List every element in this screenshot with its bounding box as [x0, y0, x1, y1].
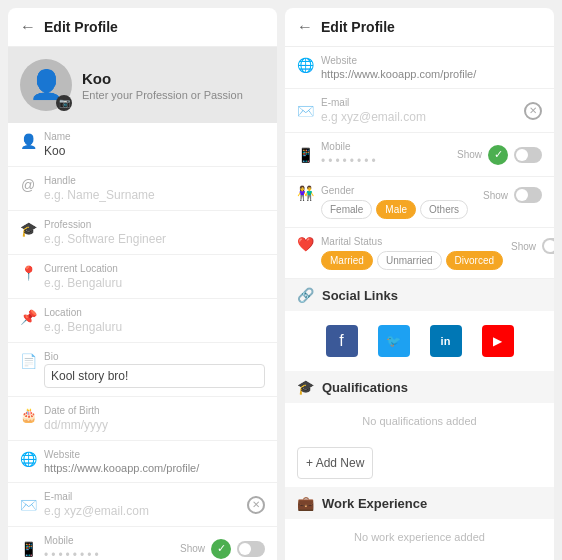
current-location-field-content: Current Location e.g. Bengaluru [44, 263, 265, 290]
right-gender-segments: Female Male Others [321, 200, 475, 219]
right-gender-male-btn[interactable]: Male [376, 200, 416, 219]
right-mobile-content: Mobile •••••••• [321, 141, 449, 168]
current-location-placeholder[interactable]: e.g. Bengaluru [44, 276, 265, 290]
location-pin-icon: 📍 [20, 265, 36, 281]
graduation-icon: 🎓 [297, 379, 314, 395]
heart-icon: ❤️ [297, 236, 313, 252]
right-gender-toggle-group: Show [483, 187, 542, 203]
avatar-icon: 👤 [29, 71, 64, 99]
social-links-row: f 🐦 in ▶ [285, 311, 554, 371]
briefcase-icon: 💼 [297, 495, 314, 511]
social-links-title: Social Links [322, 288, 398, 303]
name-field-content: Name Koo [44, 131, 265, 158]
handle-label: Handle [44, 175, 265, 186]
right-email-close-button[interactable]: ✕ [524, 102, 542, 120]
marital-divorced-btn[interactable]: Divorced [446, 251, 503, 270]
profession-placeholder[interactable]: e.g. Software Engineer [44, 232, 265, 246]
linkedin-icon[interactable]: in [430, 325, 462, 357]
right-marital-show-label: Show [511, 241, 536, 252]
right-mobile-icon: 📱 [297, 147, 313, 163]
bag-icon: 🎓 [20, 221, 36, 237]
avatar[interactable]: 👤 📷 [20, 59, 72, 111]
marital-unmarried-btn[interactable]: Unmarried [377, 251, 442, 270]
right-email-icon: ✉️ [297, 103, 313, 119]
left-title: Edit Profile [44, 19, 118, 35]
name-value[interactable]: Koo [44, 144, 265, 158]
email-label: E-mail [44, 491, 239, 502]
left-back-button[interactable]: ← [20, 18, 36, 36]
location-field-content: Location e.g. Bengaluru [44, 307, 265, 334]
right-gender-female-btn[interactable]: Female [321, 200, 372, 219]
dob-label: Date of Birth [44, 405, 265, 416]
facebook-icon[interactable]: f [326, 325, 358, 357]
right-gender-content: Gender Female Male Others [321, 185, 475, 219]
work-experience-empty: No work experience added [285, 519, 554, 555]
field-handle: @ Handle e.g. Name_Surname [8, 167, 277, 211]
right-website-value[interactable]: https://www.kooapp.com/profile/ [321, 68, 542, 80]
left-panel: ← Edit Profile 👤 📷 Koo Enter your Profes… [8, 8, 277, 560]
right-mobile-show-label: Show [457, 149, 482, 160]
birthday-icon: 🎂 [20, 407, 36, 423]
handle-field-content: Handle e.g. Name_Surname [44, 175, 265, 202]
camera-badge[interactable]: 📷 [56, 95, 72, 111]
person-icon: 👤 [20, 133, 36, 149]
field-profession: 🎓 Profession e.g. Software Engineer [8, 211, 277, 255]
email-placeholder[interactable]: e.g xyz@email.com [44, 504, 239, 518]
right-marital-toggle[interactable] [542, 238, 554, 254]
right-title: Edit Profile [321, 19, 395, 35]
twitter-icon[interactable]: 🐦 [378, 325, 410, 357]
right-marital-label: Marital Status [321, 236, 503, 247]
youtube-icon[interactable]: ▶ [482, 325, 514, 357]
profession-label: Profession [44, 219, 265, 230]
name-label: Name [44, 131, 265, 142]
handle-placeholder[interactable]: e.g. Name_Surname [44, 188, 265, 202]
right-field-mobile: 📱 Mobile •••••••• Show ✓ [285, 133, 554, 177]
field-location: 📌 Location e.g. Bengaluru [8, 299, 277, 343]
field-dob: 🎂 Date of Birth dd/mm/yyyy [8, 397, 277, 441]
left-header: ← Edit Profile [8, 8, 277, 47]
mobile-field-content: Mobile •••••••• [44, 535, 172, 560]
field-current-location: 📍 Current Location e.g. Bengaluru [8, 255, 277, 299]
profession-field-content: Profession e.g. Software Engineer [44, 219, 265, 246]
mobile-label: Mobile [44, 535, 172, 546]
qualifications-title: Qualifications [322, 380, 408, 395]
bio-field-content: Bio [44, 351, 265, 388]
website-field-content: Website https://www.kooapp.com/profile/ [44, 449, 265, 474]
marital-married-btn[interactable]: Married [321, 251, 373, 270]
right-marital-toggle-group: Show [511, 238, 554, 254]
right-gender-others-btn[interactable]: Others [420, 200, 468, 219]
bio-input[interactable] [44, 364, 265, 388]
right-website-content: Website https://www.kooapp.com/profile/ [321, 55, 542, 80]
right-mobile-toggle-group: Show ✓ [457, 145, 542, 165]
right-email-placeholder[interactable]: e.g xyz@email.com [321, 110, 516, 124]
map-pin-icon: 📌 [20, 309, 36, 325]
field-name: 👤 Name Koo [8, 123, 277, 167]
dob-field-content: Date of Birth dd/mm/yyyy [44, 405, 265, 432]
profile-name: Koo [82, 70, 243, 87]
right-gender-show-label: Show [483, 190, 508, 201]
website-label: Website [44, 449, 265, 460]
website-value[interactable]: https://www.kooapp.com/profile/ [44, 462, 265, 474]
mobile-toggle-group: Show ✓ [180, 539, 265, 559]
bio-doc-icon: 📄 [20, 353, 36, 369]
work-experience-section-header: 💼 Work Experience [285, 487, 554, 519]
right-website-label: Website [321, 55, 542, 66]
dob-placeholder[interactable]: dd/mm/yyyy [44, 418, 265, 432]
right-field-email: ✉️ E-mail e.g xyz@email.com ✕ [285, 89, 554, 133]
right-field-gender: 👫 Gender Female Male Others Show [285, 177, 554, 228]
work-experience-title: Work Experience [322, 496, 427, 511]
right-mobile-toggle[interactable] [514, 147, 542, 163]
right-email-label: E-mail [321, 97, 516, 108]
location-placeholder[interactable]: e.g. Bengaluru [44, 320, 265, 334]
right-mobile-check-badge: ✓ [488, 145, 508, 165]
right-marital-toggle-knob [544, 240, 554, 252]
right-back-button[interactable]: ← [297, 18, 313, 36]
mobile-toggle[interactable] [237, 541, 265, 557]
right-gender-label: Gender [321, 185, 475, 196]
qualifications-add-button[interactable]: + Add New [297, 447, 373, 479]
mobile-value: •••••••• [44, 548, 172, 560]
right-gender-icon: 👫 [297, 185, 313, 201]
location-label: Location [44, 307, 265, 318]
right-gender-toggle[interactable] [514, 187, 542, 203]
email-close-button[interactable]: ✕ [247, 496, 265, 514]
